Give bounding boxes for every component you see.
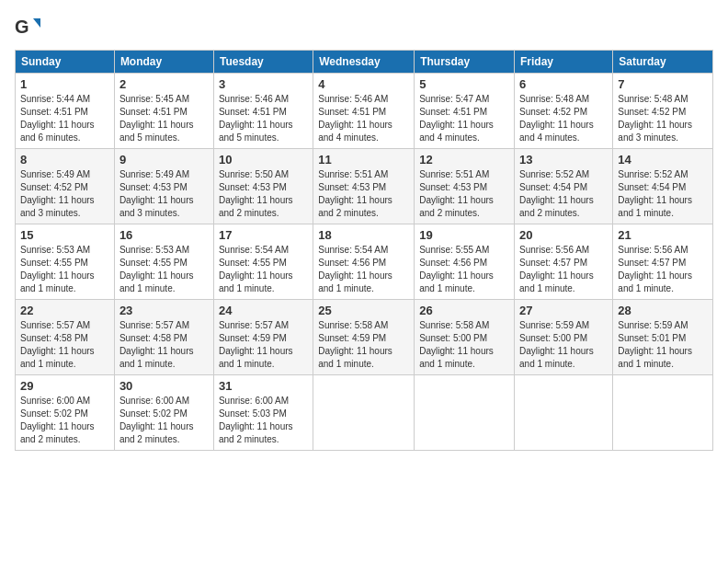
calendar-header-saturday: Saturday [613,51,713,74]
day-info: Sunrise: 5:56 AM Sunset: 4:57 PM Dayligh… [519,244,608,295]
day-info: Sunrise: 5:57 AM Sunset: 4:59 PM Dayligh… [219,319,308,371]
day-info: Sunrise: 5:51 AM Sunset: 4:53 PM Dayligh… [318,168,409,220]
day-number: 10 [219,153,308,167]
calendar-cell: 22 Sunrise: 5:57 AM Sunset: 4:58 PM Dayl… [16,300,115,375]
day-info: Sunrise: 5:51 AM Sunset: 4:53 PM Dayligh… [419,168,509,220]
day-info: Sunrise: 6:00 AM Sunset: 5:03 PM Dayligh… [219,395,308,446]
day-number: 19 [419,228,509,242]
day-number: 14 [618,153,708,167]
day-info: Sunrise: 5:54 AM Sunset: 4:55 PM Dayligh… [219,244,308,295]
day-info: Sunrise: 5:57 AM Sunset: 4:58 PM Dayligh… [20,319,109,371]
calendar-cell: 20 Sunrise: 5:56 AM Sunset: 4:57 PM Dayl… [515,224,613,300]
day-number: 31 [219,379,308,393]
calendar-cell: 7 Sunrise: 5:48 AM Sunset: 4:52 PM Dayli… [613,74,713,149]
calendar-cell [515,375,613,451]
calendar-cell [313,375,415,451]
day-info: Sunrise: 5:50 AM Sunset: 4:53 PM Dayligh… [219,168,308,220]
day-info: Sunrise: 5:49 AM Sunset: 4:53 PM Dayligh… [119,168,209,220]
day-number: 7 [618,77,708,91]
calendar-cell: 30 Sunrise: 6:00 AM Sunset: 5:02 PM Dayl… [114,375,213,451]
day-info: Sunrise: 5:52 AM Sunset: 4:54 PM Dayligh… [618,168,708,220]
day-info: Sunrise: 5:47 AM Sunset: 4:51 PM Dayligh… [419,93,509,144]
day-number: 16 [119,228,209,242]
day-info: Sunrise: 5:54 AM Sunset: 4:56 PM Dayligh… [318,244,409,295]
day-info: Sunrise: 5:49 AM Sunset: 4:52 PM Dayligh… [20,168,109,220]
day-number: 29 [20,379,109,393]
calendar-cell: 11 Sunrise: 5:51 AM Sunset: 4:53 PM Dayl… [313,149,415,224]
day-number: 9 [119,153,209,167]
day-info: Sunrise: 5:57 AM Sunset: 4:58 PM Dayligh… [119,319,209,371]
day-number: 20 [519,228,608,242]
day-info: Sunrise: 5:53 AM Sunset: 4:55 PM Dayligh… [20,244,109,295]
day-number: 18 [318,228,409,242]
calendar-cell: 2 Sunrise: 5:45 AM Sunset: 4:51 PM Dayli… [114,74,213,149]
day-info: Sunrise: 5:52 AM Sunset: 4:54 PM Dayligh… [519,168,608,220]
day-number: 11 [318,153,409,167]
calendar-cell: 13 Sunrise: 5:52 AM Sunset: 4:54 PM Dayl… [515,149,613,224]
day-number: 26 [419,304,509,317]
day-number: 27 [519,304,608,317]
calendar-cell: 25 Sunrise: 5:58 AM Sunset: 4:59 PM Dayl… [313,300,415,375]
day-info: Sunrise: 5:53 AM Sunset: 4:55 PM Dayligh… [119,244,209,295]
calendar-cell: 8 Sunrise: 5:49 AM Sunset: 4:52 PM Dayli… [16,149,115,224]
day-number: 28 [618,304,708,317]
calendar-cell: 16 Sunrise: 5:53 AM Sunset: 4:55 PM Dayl… [114,224,213,300]
day-number: 6 [519,77,608,91]
calendar-header-wednesday: Wednesday [313,51,415,74]
calendar-header-tuesday: Tuesday [213,51,313,74]
logo: G [15,15,44,40]
day-number: 1 [20,77,109,91]
calendar-header-sunday: Sunday [16,51,115,74]
calendar-cell: 6 Sunrise: 5:48 AM Sunset: 4:52 PM Dayli… [515,74,613,149]
day-info: Sunrise: 5:46 AM Sunset: 4:51 PM Dayligh… [219,93,308,144]
day-number: 21 [618,228,708,242]
calendar-table: SundayMondayTuesdayWednesdayThursdayFrid… [15,50,713,451]
svg-marker-1 [33,18,40,28]
day-info: Sunrise: 5:46 AM Sunset: 4:51 PM Dayligh… [318,93,409,144]
calendar-cell: 15 Sunrise: 5:53 AM Sunset: 4:55 PM Dayl… [16,224,115,300]
day-number: 22 [20,304,109,317]
calendar-week-row: 22 Sunrise: 5:57 AM Sunset: 4:58 PM Dayl… [16,300,713,375]
day-number: 23 [119,304,209,317]
calendar-cell: 28 Sunrise: 5:59 AM Sunset: 5:01 PM Dayl… [613,300,713,375]
calendar-cell: 12 Sunrise: 5:51 AM Sunset: 4:53 PM Dayl… [415,149,515,224]
calendar-cell: 24 Sunrise: 5:57 AM Sunset: 4:59 PM Dayl… [213,300,313,375]
svg-text:G: G [15,17,29,37]
day-number: 4 [318,77,409,91]
day-number: 2 [119,77,209,91]
day-number: 17 [219,228,308,242]
calendar-week-row: 1 Sunrise: 5:44 AM Sunset: 4:51 PM Dayli… [16,74,713,149]
day-info: Sunrise: 5:48 AM Sunset: 4:52 PM Dayligh… [519,93,608,144]
calendar-cell: 17 Sunrise: 5:54 AM Sunset: 4:55 PM Dayl… [213,224,313,300]
day-info: Sunrise: 5:56 AM Sunset: 4:57 PM Dayligh… [618,244,708,295]
day-number: 25 [318,304,409,317]
day-number: 5 [419,77,509,91]
day-info: Sunrise: 5:45 AM Sunset: 4:51 PM Dayligh… [119,93,209,144]
logo-icon: G [15,15,40,40]
calendar-cell: 21 Sunrise: 5:56 AM Sunset: 4:57 PM Dayl… [613,224,713,300]
calendar-cell: 10 Sunrise: 5:50 AM Sunset: 4:53 PM Dayl… [213,149,313,224]
day-info: Sunrise: 5:55 AM Sunset: 4:56 PM Dayligh… [419,244,509,295]
calendar-header-monday: Monday [114,51,213,74]
day-info: Sunrise: 5:59 AM Sunset: 5:01 PM Dayligh… [618,319,708,371]
calendar-header-row: SundayMondayTuesdayWednesdayThursdayFrid… [16,51,713,74]
day-number: 30 [119,379,209,393]
day-info: Sunrise: 6:00 AM Sunset: 5:02 PM Dayligh… [20,395,109,446]
day-info: Sunrise: 5:58 AM Sunset: 4:59 PM Dayligh… [318,319,409,371]
calendar-header-thursday: Thursday [415,51,515,74]
calendar-week-row: 15 Sunrise: 5:53 AM Sunset: 4:55 PM Dayl… [16,224,713,300]
calendar-cell: 14 Sunrise: 5:52 AM Sunset: 4:54 PM Dayl… [613,149,713,224]
calendar-cell: 26 Sunrise: 5:58 AM Sunset: 5:00 PM Dayl… [415,300,515,375]
day-info: Sunrise: 6:00 AM Sunset: 5:02 PM Dayligh… [119,395,209,446]
day-info: Sunrise: 5:44 AM Sunset: 4:51 PM Dayligh… [20,93,109,144]
calendar-cell: 19 Sunrise: 5:55 AM Sunset: 4:56 PM Dayl… [415,224,515,300]
calendar-week-row: 8 Sunrise: 5:49 AM Sunset: 4:52 PM Dayli… [16,149,713,224]
day-info: Sunrise: 5:48 AM Sunset: 4:52 PM Dayligh… [618,93,708,144]
day-number: 13 [519,153,608,167]
day-number: 12 [419,153,509,167]
calendar-cell: 31 Sunrise: 6:00 AM Sunset: 5:03 PM Dayl… [213,375,313,451]
calendar-cell [415,375,515,451]
day-info: Sunrise: 5:59 AM Sunset: 5:00 PM Dayligh… [519,319,608,371]
day-number: 15 [20,228,109,242]
page-header: G [15,15,713,40]
